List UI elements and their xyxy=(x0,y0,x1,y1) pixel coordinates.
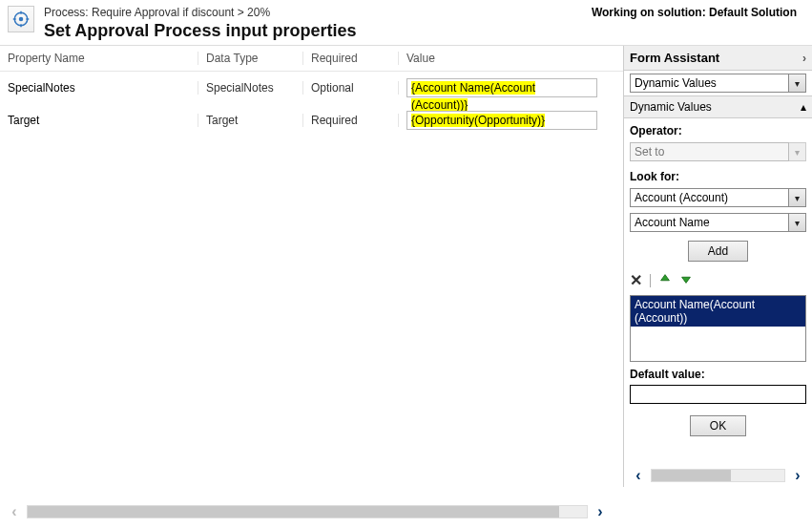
property-row: SpecialNotes SpecialNotes Optional {Acco… xyxy=(0,72,623,104)
dropdown-button: ▾ xyxy=(789,142,806,161)
process-label: Process: Require Approval if discount > … xyxy=(44,6,592,19)
property-required: Optional xyxy=(303,81,399,95)
lookfor-attribute-select[interactable]: Account Name xyxy=(630,213,789,232)
ok-button[interactable]: OK xyxy=(690,415,746,436)
dynamic-values-section[interactable]: Dynamic Values ▴ xyxy=(624,95,812,118)
property-type: Target xyxy=(198,114,303,127)
assistant-mode-select[interactable]: Dynamic Values xyxy=(630,74,789,93)
scroll-right-icon[interactable]: › xyxy=(789,468,806,483)
scroll-track[interactable] xyxy=(651,469,785,482)
scroll-thumb[interactable] xyxy=(652,470,731,481)
col-required: Required xyxy=(303,52,399,65)
column-headers: Property Name Data Type Required Value xyxy=(0,46,623,72)
move-down-icon[interactable] xyxy=(679,272,693,288)
default-value-label: Default value: xyxy=(624,362,812,383)
list-item[interactable]: Account Name(Account (Account)) xyxy=(631,296,805,327)
property-type: SpecialNotes xyxy=(198,81,303,95)
operator-label: Operator: xyxy=(624,118,812,139)
property-required: Required xyxy=(303,114,399,127)
solution-label: Working on solution: Default Solution xyxy=(592,6,804,19)
operator-select: Set to xyxy=(630,142,789,161)
dropdown-button[interactable]: ▾ xyxy=(789,213,806,232)
lookfor-entity-select[interactable]: Account (Account) xyxy=(630,188,789,207)
col-value: Value xyxy=(399,52,623,65)
form-assistant-header[interactable]: Form Assistant › xyxy=(624,46,812,71)
dropdown-button[interactable]: ▾ xyxy=(789,74,806,93)
dropdown-button[interactable]: ▾ xyxy=(789,188,806,207)
property-name: Target xyxy=(8,114,198,127)
remove-icon[interactable]: ✕ xyxy=(630,271,642,289)
move-up-icon[interactable] xyxy=(658,272,672,288)
page-title: Set Approval Process input properties xyxy=(44,21,592,41)
property-value-input[interactable]: {Account Name(Account (Account))} xyxy=(406,78,597,97)
add-button[interactable]: Add xyxy=(688,241,748,262)
property-name: SpecialNotes xyxy=(8,81,198,95)
separator xyxy=(650,274,651,287)
property-value-input[interactable]: {Opportunity(Opportunity)} xyxy=(406,111,597,130)
chevron-right-icon: › xyxy=(802,52,806,65)
form-assistant-title: Form Assistant xyxy=(630,51,719,65)
process-icon xyxy=(8,6,34,32)
collapse-icon: ▴ xyxy=(801,100,806,114)
lookfor-label: Look for: xyxy=(624,164,812,185)
selected-values-list[interactable]: Account Name(Account (Account)) xyxy=(630,295,806,362)
scroll-left-icon[interactable]: ‹ xyxy=(6,504,23,519)
scroll-left-icon[interactable]: ‹ xyxy=(630,468,647,483)
scroll-thumb[interactable] xyxy=(28,506,559,517)
property-row: Target Target Required {Opportunity(Oppo… xyxy=(0,104,623,137)
col-property-name: Property Name xyxy=(8,52,198,65)
col-data-type: Data Type xyxy=(198,52,303,65)
svg-point-1 xyxy=(19,17,24,22)
default-value-input[interactable] xyxy=(630,385,806,404)
scroll-right-icon[interactable]: › xyxy=(592,504,609,519)
scroll-track[interactable] xyxy=(27,505,588,518)
